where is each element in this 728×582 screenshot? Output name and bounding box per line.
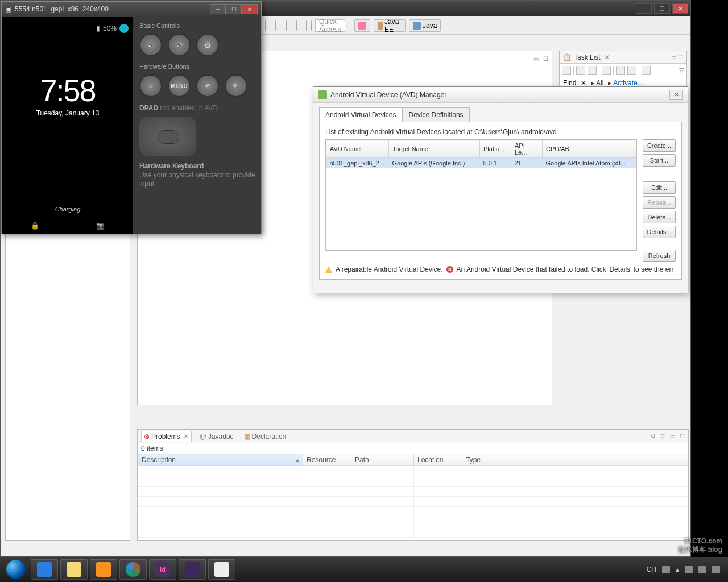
emulator-titlebar[interactable]: ▣ 5554:n501_gapi_x86_240x400 ─ ☐ ✕ bbox=[2, 2, 261, 16]
perspective-open[interactable] bbox=[354, 19, 370, 32]
perspective-icon bbox=[358, 22, 366, 30]
nav-back-icon[interactable] bbox=[306, 20, 307, 31]
details-button[interactable]: Details... bbox=[643, 226, 676, 238]
avd-title: Android Virtual Device (AVD) Manager bbox=[330, 91, 666, 99]
category-icon[interactable] bbox=[576, 66, 585, 75]
focus-icon[interactable] bbox=[602, 66, 611, 75]
toolbar-icon[interactable] bbox=[296, 20, 297, 31]
col-path[interactable]: Path bbox=[351, 454, 414, 466]
create-button[interactable]: Create... bbox=[643, 139, 676, 152]
minimize-button[interactable]: ─ bbox=[210, 4, 226, 14]
close-button[interactable]: ✕ bbox=[669, 90, 683, 100]
lang-indicator[interactable]: CH bbox=[647, 566, 656, 573]
menu-button[interactable]: MENU bbox=[168, 74, 191, 97]
sync-icon[interactable] bbox=[616, 66, 625, 75]
emulator-icon: ▣ bbox=[5, 5, 11, 13]
avd-table[interactable]: AVD NameTarget NamePlatfo...API Le...CPU… bbox=[326, 140, 636, 168]
close-icon[interactable]: ✕ bbox=[604, 53, 610, 61]
tray-icon[interactable] bbox=[662, 566, 670, 573]
nav-fwd-icon[interactable] bbox=[311, 20, 312, 31]
col-resource[interactable]: Resource bbox=[303, 454, 351, 466]
system-tray[interactable]: CH ▴ bbox=[647, 566, 725, 573]
volume-icon[interactable] bbox=[712, 566, 720, 573]
perspective-java[interactable]: Java bbox=[409, 19, 441, 32]
tab-declaration[interactable]: ▦Declaration bbox=[242, 431, 289, 442]
delete-button[interactable]: Delete... bbox=[643, 211, 676, 223]
taskbar-explorer[interactable] bbox=[60, 559, 88, 580]
taskbar-indesign[interactable]: Id bbox=[149, 559, 176, 580]
close-button[interactable]: ✕ bbox=[242, 4, 258, 14]
hide-icon[interactable] bbox=[642, 66, 651, 75]
taskbar: Id CH ▴ bbox=[0, 557, 728, 582]
toolbar-icon[interactable] bbox=[275, 20, 276, 31]
emulator-screen[interactable]: ▮ 50% 7:58 Tuesday, January 13 Charging … bbox=[2, 17, 133, 234]
tab-problems[interactable]: ⊗Problems✕ bbox=[141, 431, 192, 442]
new-task-icon[interactable] bbox=[562, 66, 571, 75]
edit-button[interactable]: Edit... bbox=[643, 181, 676, 194]
avd-tabs: Android Virtual Devices Device Definitio… bbox=[313, 103, 688, 122]
quick-access-input[interactable]: Quick Access bbox=[315, 19, 345, 32]
collapse-icon[interactable] bbox=[627, 66, 636, 75]
declaration-icon: ▦ bbox=[244, 433, 250, 440]
start-button[interactable]: Start... bbox=[643, 154, 676, 167]
network-icon[interactable] bbox=[698, 566, 706, 573]
tasklist-tab[interactable]: 📋 Task List ✕ ▭ ☐ bbox=[560, 51, 686, 64]
editor-controls[interactable]: ▭ ☐ bbox=[533, 56, 548, 62]
view-minmax[interactable]: ▭ ☐ bbox=[671, 54, 683, 60]
java-icon bbox=[413, 22, 421, 30]
tasklist-icon: 📋 bbox=[563, 53, 572, 61]
minimize-button[interactable]: ─ bbox=[636, 3, 652, 14]
close-button[interactable]: ✕ bbox=[672, 3, 688, 14]
col-description[interactable]: Description ▴ bbox=[138, 454, 303, 466]
toolbar-icon[interactable] bbox=[286, 20, 287, 31]
taskbar-chrome[interactable] bbox=[119, 559, 147, 580]
app-icon bbox=[214, 562, 229, 577]
col-location[interactable]: Location bbox=[414, 454, 462, 466]
back-button[interactable]: ↶ bbox=[196, 74, 219, 97]
camera-icon[interactable]: 📷 bbox=[96, 222, 105, 230]
chrome-icon bbox=[126, 562, 140, 577]
eclipse-icon bbox=[185, 562, 200, 577]
search-button[interactable]: 🔍 bbox=[225, 74, 247, 97]
vol-down-button[interactable]: 🔈 bbox=[139, 34, 162, 56]
charging-label: Charging bbox=[2, 206, 133, 213]
tab-avds[interactable]: Android Virtual Devices bbox=[319, 107, 403, 122]
table-row[interactable]: n501_gapi_x86_2...Google APIs (Google In… bbox=[326, 158, 636, 169]
filter-all[interactable]: ▸ All bbox=[591, 79, 603, 87]
perspective-javaee[interactable]: Java EE bbox=[374, 19, 406, 32]
close-icon[interactable]: ✕ bbox=[183, 433, 189, 440]
dpad-label: DPAD not enabled in AVD bbox=[139, 104, 255, 112]
basic-controls-label: Basic Controls bbox=[139, 22, 255, 29]
warning-icon bbox=[325, 266, 332, 273]
maximize-button[interactable]: ☐ bbox=[226, 4, 242, 14]
tab-device-defs[interactable]: Device Definitions bbox=[403, 107, 470, 122]
emulator-controls: Basic Controls 🔈 🔊 ⏻ Hardware Buttons ⌂ … bbox=[134, 16, 261, 234]
schedule-icon[interactable] bbox=[588, 66, 597, 75]
toolbar-icon[interactable] bbox=[265, 20, 266, 31]
emulator-title: 5554:n501_gapi_x86_240x400 bbox=[15, 5, 206, 13]
problems-count: 0 items bbox=[138, 443, 688, 454]
view-menu-icon[interactable]: ▽ bbox=[679, 66, 684, 74]
taskbar-player[interactable] bbox=[90, 559, 117, 580]
problems-table: Description ▴ Resource Path Location Typ… bbox=[138, 454, 688, 538]
vol-up-button[interactable]: 🔊 bbox=[168, 34, 191, 56]
table-header[interactable]: AVD NameTarget NamePlatfo...API Le...CPU… bbox=[326, 140, 636, 158]
maximize-button[interactable]: ☐ bbox=[654, 3, 670, 14]
filter-activate[interactable]: ▸ Activate... bbox=[608, 79, 643, 87]
avd-titlebar[interactable]: Android Virtual Device (AVD) Manager ✕ bbox=[313, 87, 688, 103]
tab-javadoc[interactable]: @Javadoc bbox=[197, 431, 236, 442]
home-button[interactable]: ⌂ bbox=[139, 74, 162, 97]
refresh-button[interactable]: Refresh bbox=[643, 250, 676, 262]
col-type[interactable]: Type bbox=[462, 454, 688, 466]
taskbar-eclipse[interactable] bbox=[179, 559, 206, 580]
action-center-icon[interactable] bbox=[685, 566, 693, 573]
lock-icon[interactable]: 🔒 bbox=[31, 222, 39, 230]
power-button[interactable]: ⏻ bbox=[196, 34, 219, 56]
taskbar-ie[interactable] bbox=[31, 559, 58, 580]
view-controls[interactable]: ⚙ ▽ ▭ ☐ bbox=[651, 433, 685, 439]
taskbar-app[interactable] bbox=[208, 559, 235, 580]
find-clear-icon[interactable]: ✕ bbox=[581, 79, 586, 87]
start-button[interactable] bbox=[3, 559, 28, 580]
battery-icon: ▮ bbox=[96, 24, 100, 32]
tray-chevron-icon[interactable]: ▴ bbox=[676, 566, 679, 573]
